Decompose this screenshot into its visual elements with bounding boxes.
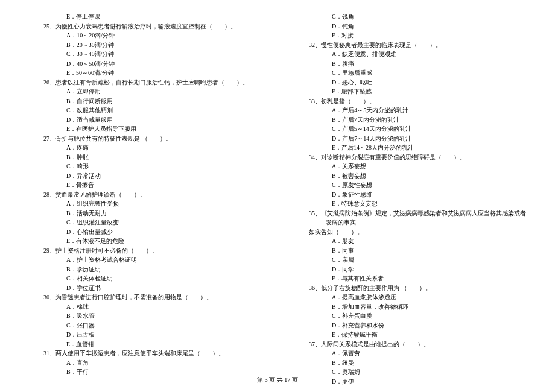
option: C．亲属 — [290, 255, 531, 265]
option: C．原发性妄想 — [290, 180, 531, 190]
option: A．10～20滴/分钟 — [24, 31, 265, 40]
option: B．平行 — [24, 367, 265, 377]
question-text: 29、护士资格注册时可不必备的（ ）。 — [24, 246, 265, 256]
option: C．奥瑞姆 — [290, 367, 531, 377]
question-text: 27、骨折与脱位共有的特征性表现是 （ ）。 — [24, 134, 265, 144]
question-text: 28、贫血最常见的护理诊断（ ）。 — [24, 190, 265, 200]
option: C．畸形 — [24, 162, 265, 171]
option: C．补充蛋白质 — [290, 311, 531, 321]
option: E．有体液不足的危险 — [24, 236, 265, 246]
question-text: 34、对诊断精神分裂症有重要价值的思维障碍是（ ）。 — [290, 153, 531, 162]
option: A．疼痛 — [24, 143, 265, 153]
option: D．补充营养和水份 — [290, 321, 531, 330]
option: D．40～50滴/分钟 — [24, 59, 265, 69]
option: B．增加血容量，改善微循环 — [290, 302, 531, 312]
option: A．直角 — [24, 358, 265, 368]
option: E．对接 — [290, 31, 531, 40]
option: C．组织灌注量改变 — [24, 218, 265, 227]
question-text: 32、慢性便秘患者最主要的临床表现是（ ）。 — [290, 40, 531, 50]
option: E．停工停课 — [24, 12, 265, 22]
option: A．关系妄想 — [290, 162, 531, 171]
option: D．适当减量服用 — [24, 115, 265, 125]
option: B．纽曼 — [290, 358, 531, 368]
option: D．压舌板 — [24, 330, 265, 340]
option: E．50～60滴/分钟 — [24, 68, 265, 78]
option: B．被害妄想 — [290, 171, 531, 181]
option: C．改服其他钙剂 — [24, 106, 265, 115]
option: A．棉球 — [24, 302, 265, 312]
option: D．罗伊 — [290, 377, 531, 387]
option: B．活动无耐力 — [24, 209, 265, 218]
option: B．产后7天内分泌的乳汁 — [290, 115, 531, 125]
option: A．组织完整性受损 — [24, 199, 265, 209]
option: C．相关体检证明 — [24, 274, 265, 283]
option: E．腹部下坠感 — [290, 87, 531, 96]
question-text: 30、为昏迷患者进行口腔护理时，不需准备的用物是（ ）。 — [24, 292, 265, 302]
option: E．产后14～28天内分泌的乳汁 — [290, 143, 531, 153]
option: E．血管钳 — [24, 340, 265, 349]
option: D．钝角 — [290, 22, 531, 31]
option: A．朋友 — [290, 236, 531, 246]
option: D．象征性思维 — [290, 190, 531, 200]
option: D．同学 — [290, 265, 531, 274]
option: C．里急后重感 — [290, 68, 531, 78]
option: C．锐角 — [290, 12, 531, 22]
option: B．学历证明 — [24, 265, 265, 274]
option: E．保持酸碱平衡 — [290, 330, 531, 340]
option: B．自行间断服用 — [24, 96, 265, 106]
option: A．佩普劳 — [290, 349, 531, 358]
question-text: 31、两人使用平车搬运患者，应注意使平车头端和床尾呈（ ）。 — [24, 349, 265, 358]
option: B．同事 — [290, 246, 531, 256]
left-column: E．停工停课 25、为慢性心力衰竭患者进行输液治疗时，输液速度宜控制在（ ）。 … — [24, 12, 265, 371]
question-text: 35、《艾滋病防治条例》规定，艾滋病病毒感染者和艾滋病病人应当将其感染或者发病的… — [290, 209, 531, 227]
option: A．立即停用 — [24, 87, 265, 96]
option: A．产后4～5天内分泌的乳汁 — [290, 106, 531, 115]
option: A．护士资格考试合格证明 — [24, 255, 265, 265]
option: C．张口器 — [24, 321, 265, 330]
option: B．20～30滴/分钟 — [24, 40, 265, 50]
option: B．吸水管 — [24, 311, 265, 321]
option: C．30～40滴/分钟 — [24, 49, 265, 59]
option: D．学位证书 — [24, 283, 265, 293]
option: E．与其有性关系者 — [290, 274, 531, 283]
option: D．恶心、呕吐 — [290, 78, 531, 87]
option: D．异常活动 — [24, 171, 265, 181]
question-text: 37、人际间关系模式是由谁提出的（ ）。 — [290, 340, 531, 349]
option: E．骨擦音 — [24, 180, 265, 190]
option: E．在医护人员指导下服用 — [24, 124, 265, 134]
option: D．心输出量减少 — [24, 227, 265, 237]
option: B．肿胀 — [24, 153, 265, 162]
question-text: 33、初乳是指（ ）。 — [290, 96, 531, 106]
question-text: 36、低分子右旋糖酐的主要作用为 （ ）。 — [290, 283, 531, 293]
option: A．提高血浆胶体渗透压 — [290, 292, 531, 302]
question-text: 25、为慢性心力衰竭患者进行输液治疗时，输液速度宜控制在（ ）。 — [24, 22, 265, 31]
option: C．产后5～14天内分泌的乳汁 — [290, 124, 531, 134]
option: E．特殊意义妄想 — [290, 199, 531, 209]
right-column: C．锐角 D．钝角 E．对接 32、慢性便秘患者最主要的临床表现是（ ）。 A．… — [290, 12, 531, 371]
question-text: 26、患者以往有骨质疏松，自行长期口服活性钙，护士应嘱咐患者（ ）。 — [24, 78, 265, 87]
option: A．缺乏便意、排便艰难 — [290, 49, 531, 59]
option: B．腹痛 — [290, 59, 531, 69]
option: D．产后7～14天内分泌的乳汁 — [290, 134, 531, 144]
question-continuation: 如实告知（ ）。 — [290, 227, 531, 237]
